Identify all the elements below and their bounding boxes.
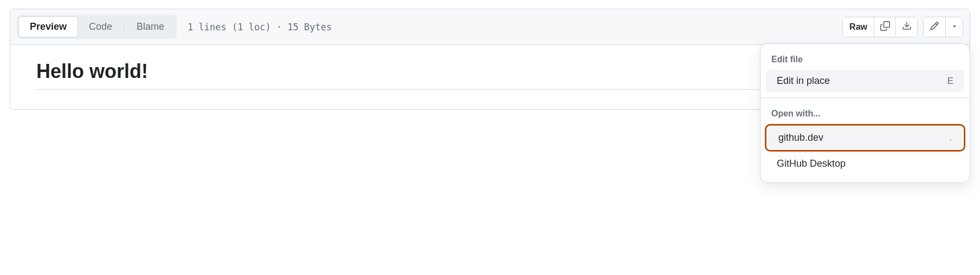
menu-edit-in-place-shortcut: E [947,76,953,87]
dropdown-section-open: Open with... [760,103,970,123]
edit-more-button[interactable] [945,17,963,37]
dropdown-divider [760,97,970,98]
file-toolbar: Preview Code Blame 1 lines (1 loc) · 15 … [10,9,970,45]
edit-button[interactable] [924,17,945,37]
download-icon [902,21,912,33]
edit-dropdown-menu: Edit file Edit in place E Open with... g… [760,43,970,183]
file-info-text: 1 lines (1 loc) · 15 Bytes [188,22,332,32]
menu-github-desktop[interactable]: GitHub Desktop [766,153,964,175]
menu-github-dev-label: github.dev [778,132,823,143]
menu-github-dev-shortcut: . [949,133,952,143]
triangle-down-icon [951,22,958,32]
tab-code[interactable]: Code [78,17,123,37]
menu-github-dev[interactable]: github.dev . [768,127,963,149]
raw-button[interactable]: Raw [843,17,874,37]
pencil-icon [930,21,939,33]
menu-edit-in-place[interactable]: Edit in place E [766,70,964,92]
tab-preview[interactable]: Preview [18,16,78,37]
menu-github-desktop-label: GitHub Desktop [777,158,846,169]
download-button[interactable] [895,17,917,37]
copy-button[interactable] [874,17,895,37]
edit-dropdown-group [923,17,963,37]
raw-copy-download-group: Raw [842,17,918,37]
tab-blame[interactable]: Blame [126,17,175,37]
view-mode-tabs: Preview Code Blame [17,15,177,39]
copy-icon [880,21,890,33]
toolbar-actions: Raw [842,17,963,37]
tab-separator [124,22,125,32]
menu-github-dev-highlight: github.dev . [765,124,965,152]
dropdown-section-edit: Edit file [760,49,970,69]
menu-edit-in-place-label: Edit in place [777,75,830,87]
